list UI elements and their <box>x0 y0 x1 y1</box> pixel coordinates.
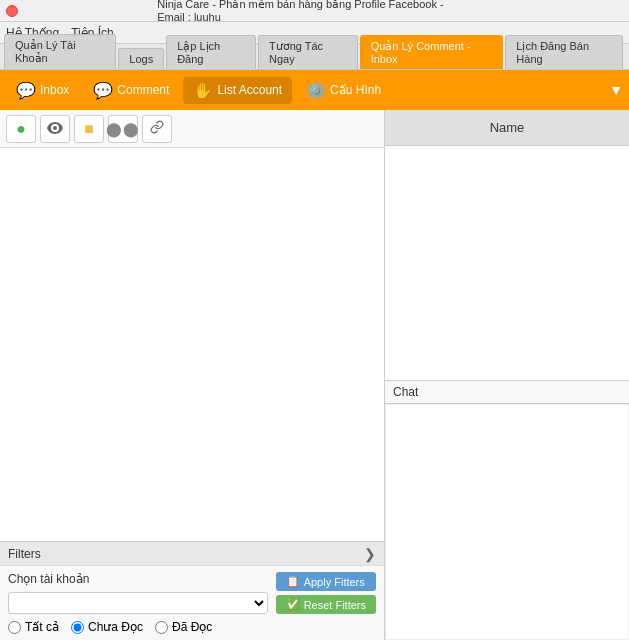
yellow-square-icon: ■ <box>84 120 94 138</box>
right-panel: Name Chat <box>385 110 629 640</box>
toolbar-btn-cau-hinh-label: Cấu Hình <box>330 83 381 97</box>
right-buttons: 📋 Apply Fitters ✅ Reset Fitters <box>276 572 376 614</box>
left-bottom-controls: Chọn tài khoản Tất cả Chưa Đọc <box>8 572 268 634</box>
bottom-controls: Chọn tài khoản Tất cả Chưa Đọc <box>0 565 384 640</box>
link-icon <box>150 120 164 137</box>
bottom-row: Chọn tài khoản Tất cả Chưa Đọc <box>8 572 376 634</box>
radio-read-label: Đã Đọc <box>172 620 212 634</box>
radio-unread-label: Chưa Đọc <box>88 620 143 634</box>
radio-all-input[interactable] <box>8 621 21 634</box>
message-list[interactable] <box>0 148 384 541</box>
title-bar-left <box>6 5 18 17</box>
toolbar-btn-list-account-label: List Account <box>217 83 282 97</box>
cau-hinh-icon: ⚙️ <box>306 81 326 100</box>
radio-unread-input[interactable] <box>71 621 84 634</box>
chat-label: Chat <box>393 385 418 399</box>
radio-all[interactable]: Tất cả <box>8 620 59 634</box>
account-select-row <box>8 592 268 614</box>
toolbar-btn-inbox-label: Inbox <box>40 83 69 97</box>
orange-toolbar: 💬 Inbox 💬 Comment ✋ List Account ⚙️ Cấu … <box>0 70 629 110</box>
filter-bar: Filters ❯ <box>0 541 384 565</box>
toolbar-btn-comment[interactable]: 💬 Comment <box>83 77 179 104</box>
reset-label: Reset Fitters <box>304 599 366 611</box>
green-circle-icon: ● <box>16 120 26 138</box>
close-button[interactable] <box>6 5 18 17</box>
comment-icon: 💬 <box>93 81 113 100</box>
filter-collapse-icon[interactable]: ❯ <box>364 546 376 562</box>
chat-input-area[interactable] <box>385 404 629 640</box>
icon-toolbar: ● ■ ⬤⬤ <box>0 110 384 148</box>
inbox-icon: 💬 <box>16 81 36 100</box>
icon-btn-dots[interactable]: ⬤⬤ <box>108 115 138 143</box>
reset-icon: ✅ <box>286 598 300 611</box>
radio-read[interactable]: Đã Đọc <box>155 620 212 634</box>
title-bar: Ninja Care - Phần mềm bán hàng bằng Prof… <box>0 0 629 22</box>
dots-icon: ⬤⬤ <box>106 121 140 137</box>
left-panel: ● ■ ⬤⬤ <box>0 110 385 640</box>
apply-label: Apply Fitters <box>304 576 365 588</box>
radio-unread[interactable]: Chưa Đọc <box>71 620 143 634</box>
radio-all-label: Tất cả <box>25 620 59 634</box>
icon-btn-link[interactable] <box>142 115 172 143</box>
list-account-icon: ✋ <box>193 81 213 100</box>
tab-bar: Quản Lý Tài Khoản Logs Lập Lịch Đăng Tươ… <box>0 44 629 70</box>
name-label: Name <box>490 120 525 135</box>
toolbar-btn-list-account[interactable]: ✋ List Account <box>183 77 292 104</box>
account-select[interactable] <box>8 592 268 614</box>
reset-filters-button[interactable]: ✅ Reset Fitters <box>276 595 376 614</box>
apply-filters-button[interactable]: 📋 Apply Fitters <box>276 572 376 591</box>
tab-tuong-tac-ngay[interactable]: Tương Tác Ngay <box>258 35 358 69</box>
dropdown-arrow-icon: ▼ <box>609 82 623 98</box>
toolbar-btn-cau-hinh[interactable]: ⚙️ Cấu Hình <box>296 77 391 104</box>
tab-lich-dang-ban-hang[interactable]: Lịch Đăng Bán Hàng <box>505 35 623 69</box>
apply-icon: 📋 <box>286 575 300 588</box>
icon-btn-yellow-square[interactable]: ■ <box>74 115 104 143</box>
radio-read-input[interactable] <box>155 621 168 634</box>
chat-label-bar: Chat <box>385 380 629 404</box>
tab-lap-lich-dang[interactable]: Lập Lịch Đăng <box>166 35 256 69</box>
tab-quan-ly-tai-khoan[interactable]: Quản Lý Tài Khoản <box>4 34 116 69</box>
eye-icon <box>47 121 63 137</box>
tab-quan-ly-comment-inbox[interactable]: Quản Lý Comment - Inbox <box>360 35 504 69</box>
icon-btn-green-circle[interactable]: ● <box>6 115 36 143</box>
account-label: Chọn tài khoản <box>8 572 89 586</box>
title-bar-title: Ninja Care - Phần mềm bán hàng bằng Prof… <box>157 0 472 23</box>
toolbar-dropdown[interactable]: ▼ <box>609 82 623 98</box>
icon-btn-eye[interactable] <box>40 115 70 143</box>
radio-row: Tất cả Chưa Đọc Đã Đọc <box>8 620 268 634</box>
right-chat-area <box>385 146 629 380</box>
toolbar-btn-inbox[interactable]: 💬 Inbox <box>6 77 79 104</box>
filter-label: Filters <box>8 547 41 561</box>
tab-logs[interactable]: Logs <box>118 48 164 69</box>
right-name-header: Name <box>385 110 629 146</box>
account-row: Chọn tài khoản <box>8 572 268 586</box>
toolbar-btn-comment-label: Comment <box>117 83 169 97</box>
main-content: ● ■ ⬤⬤ <box>0 110 629 640</box>
